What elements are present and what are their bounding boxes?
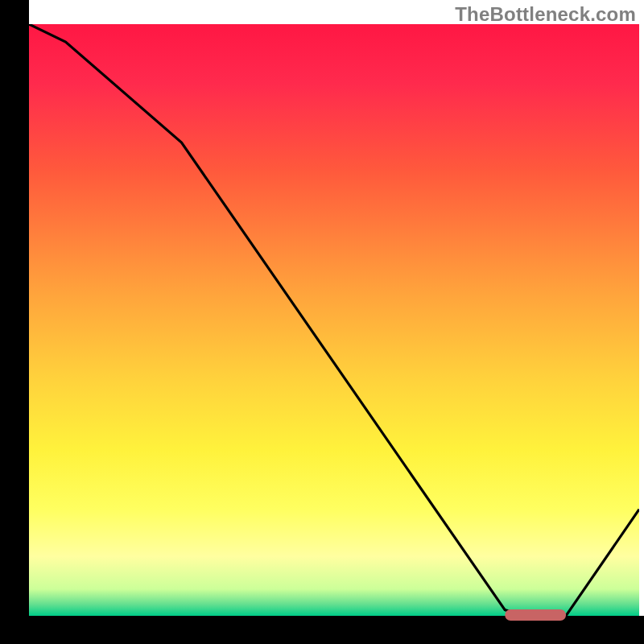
chart-container: TheBottleneck.com bbox=[0, 0, 644, 644]
plot-background bbox=[29, 24, 639, 616]
bottleneck-chart bbox=[0, 0, 644, 644]
optimal-marker bbox=[505, 609, 566, 621]
y-axis bbox=[0, 0, 29, 644]
